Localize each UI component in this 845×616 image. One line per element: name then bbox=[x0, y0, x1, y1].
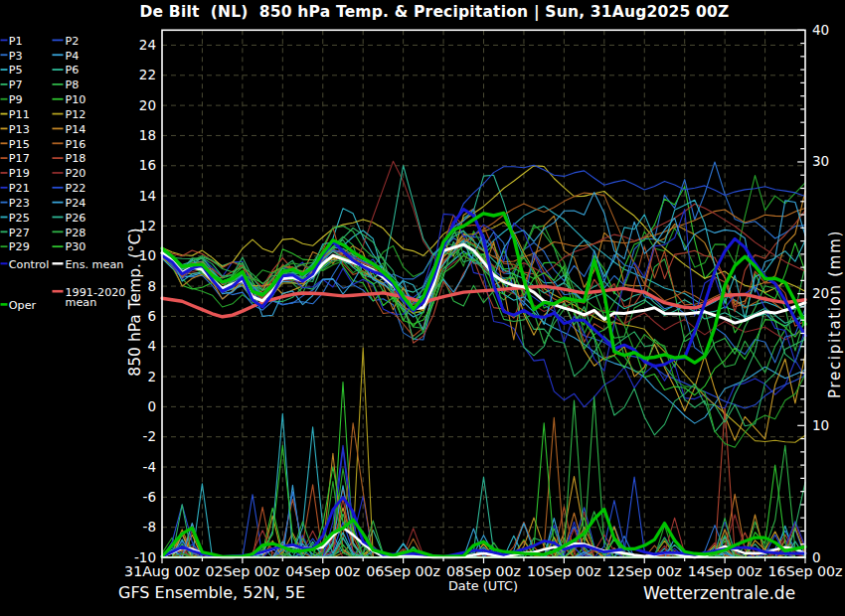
legend-item-p11-label: P11 bbox=[9, 108, 30, 121]
legend-item-p29-label: P29 bbox=[9, 240, 30, 253]
legend-item-p23-label: P23 bbox=[9, 197, 30, 210]
x-axis-tick-label: 04Sep 00z bbox=[285, 563, 360, 579]
site-credit-label: Wetterzentrale.de bbox=[643, 583, 795, 603]
x-axis-tick-label: 02Sep 00z bbox=[205, 563, 279, 579]
legend-item-ens-mean-label: Ens. mean bbox=[66, 258, 124, 271]
legend-item-p13-label: P13 bbox=[9, 123, 30, 136]
meteogram-plot: -10-8-6-4-202468101214161820222401020304… bbox=[0, 0, 845, 616]
legend-item-p2-label: P2 bbox=[66, 35, 80, 48]
legend-item-p26-label: P26 bbox=[66, 212, 86, 225]
x-axis-tick-label: 12Sep 00z bbox=[607, 563, 682, 579]
legend-item-p22-label: P22 bbox=[66, 182, 86, 195]
x-axis-tick-label: 08Sep 00z bbox=[446, 563, 521, 579]
left-axis-tick-label: 24 bbox=[139, 37, 156, 53]
y-axis-title-left: 850 hPa Temp. (°C) bbox=[126, 228, 144, 376]
legend-item-p6-label: P6 bbox=[66, 64, 80, 77]
legend-item-control-label: Control bbox=[9, 258, 49, 271]
x-axis-tick-label: 16Sep 00z bbox=[768, 563, 843, 579]
legend-item-p12-label: P12 bbox=[66, 108, 86, 121]
ensemble-meteogram: De Bilt (NL) 850 hPa Temp. & Precipitati… bbox=[0, 0, 845, 616]
left-axis-tick-label: 6 bbox=[147, 308, 156, 324]
legend-item-p27-label: P27 bbox=[9, 227, 30, 239]
left-axis-tick-label: 20 bbox=[139, 97, 156, 113]
legend-item-p5-label: P5 bbox=[9, 64, 23, 77]
legend-item-climate-label2: mean bbox=[66, 296, 97, 309]
legend-item-p9-label: P9 bbox=[9, 93, 23, 106]
legend-item-p15-label: P15 bbox=[9, 138, 30, 151]
legend-item-p16-label: P16 bbox=[66, 138, 86, 151]
legend-item-p28-label: P28 bbox=[66, 227, 86, 239]
legend-item-p20-label: P20 bbox=[66, 167, 86, 180]
legend-item-p30-label: P30 bbox=[66, 240, 86, 253]
member-precip-line-P5 bbox=[162, 484, 805, 557]
legend-item-p24-label: P24 bbox=[66, 197, 86, 210]
left-axis-tick-label: -8 bbox=[143, 519, 156, 535]
x-axis-tick-label: 31Aug 00z bbox=[124, 563, 200, 579]
x-axis-tick-label: 14Sep 00z bbox=[688, 563, 762, 579]
right-axis-tick-label: 40 bbox=[812, 22, 829, 38]
left-axis-tick-label: 2 bbox=[147, 369, 156, 385]
legend-item-p17-label: P17 bbox=[9, 152, 30, 165]
legend-item-p3-label: P3 bbox=[9, 50, 23, 63]
legend-item-p21-label: P21 bbox=[9, 182, 30, 195]
legend-item-p14-label: P14 bbox=[66, 123, 86, 136]
left-axis-tick-label: 14 bbox=[139, 188, 156, 204]
legend-item-p10-label: P10 bbox=[66, 93, 86, 106]
y-axis-title-right: Precipitation (mm) bbox=[826, 230, 844, 398]
left-axis-tick-label: 8 bbox=[147, 278, 156, 294]
left-axis-tick-label: 18 bbox=[139, 127, 156, 143]
legend-item-p19-label: P19 bbox=[9, 167, 30, 180]
legend-item-p7-label: P7 bbox=[9, 78, 23, 91]
member-precip-line-P27 bbox=[162, 482, 805, 557]
left-axis-tick-label: 0 bbox=[147, 398, 156, 414]
member-precip-line-P29 bbox=[162, 482, 805, 557]
right-axis-tick-label: 10 bbox=[812, 417, 829, 433]
legend-item-p4-label: P4 bbox=[66, 50, 80, 63]
x-axis-title: Date (UTC) bbox=[448, 578, 518, 593]
x-axis-tick-label: 06Sep 00z bbox=[366, 563, 440, 579]
x-axis-tick-label: 10Sep 00z bbox=[527, 563, 601, 579]
legend-item-p25-label: P25 bbox=[9, 212, 30, 225]
model-info-label: GFS Ensemble, 52N, 5E bbox=[118, 583, 305, 602]
legend-item-p1-label: P1 bbox=[9, 35, 23, 48]
legend-item-p8-label: P8 bbox=[66, 78, 80, 91]
left-axis-tick-label: 16 bbox=[139, 157, 156, 173]
left-axis-tick-label: 22 bbox=[139, 67, 156, 82]
left-axis-tick-label: -4 bbox=[143, 459, 156, 475]
left-axis-tick-label: -2 bbox=[143, 428, 156, 444]
left-axis-tick-label: -6 bbox=[143, 489, 156, 505]
left-axis-tick-label: 4 bbox=[147, 338, 156, 354]
right-axis-tick-label: 30 bbox=[812, 153, 829, 169]
legend-item-p18-label: P18 bbox=[66, 152, 86, 165]
legend-item-oper-label: Oper bbox=[9, 299, 37, 312]
